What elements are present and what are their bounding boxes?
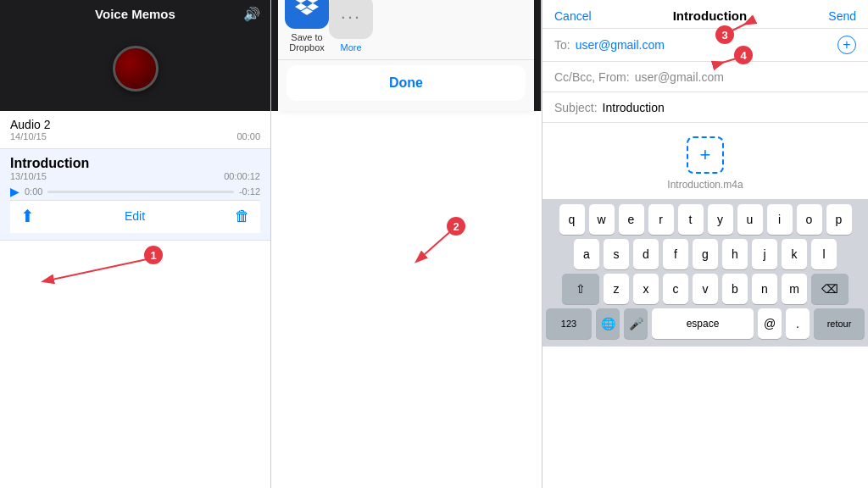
key-r[interactable]: r xyxy=(648,204,674,235)
speaker-icon: 🔊 xyxy=(243,6,260,22)
to-value[interactable]: user@gmail.com xyxy=(576,38,837,52)
mail-compose-title: Introduction xyxy=(673,8,747,23)
key-dot[interactable]: . xyxy=(786,308,810,339)
memo-list: Audio 2 14/10/15 00:00 Introduction 13/1… xyxy=(0,111,270,241)
keyboard-row-1: q w e r t y u i o p xyxy=(546,204,865,235)
memo-item-introduction[interactable]: Introduction 13/10/15 00:00:12 ▶ 0:00 -0… xyxy=(0,149,270,241)
panel-voice-memos-2: Voice Memos 🔊 AirDropShare instantly wit… xyxy=(271,0,542,488)
key-n[interactable]: n xyxy=(752,274,777,304)
to-label: To: xyxy=(554,38,570,52)
keyboard-row-4: 123 🌐 🎤 espace @ . retour xyxy=(546,308,865,339)
cc-field: Cc/Bcc, From: user@gmail.com xyxy=(542,62,868,92)
more-icon: ··· xyxy=(329,0,373,39)
time-start: 0:00 xyxy=(25,186,42,197)
key-i[interactable]: i xyxy=(767,204,793,235)
key-return[interactable]: retour xyxy=(814,308,865,339)
key-m[interactable]: m xyxy=(782,274,807,304)
done-button[interactable]: Done xyxy=(287,65,526,101)
play-button[interactable]: ▶ xyxy=(10,185,19,198)
key-u[interactable]: u xyxy=(737,204,763,235)
svg-marker-14 xyxy=(295,0,307,3)
key-s[interactable]: s xyxy=(604,239,629,269)
share-button[interactable]: ⬆ xyxy=(20,206,35,226)
memo-title-audio2: Audio 2 xyxy=(10,118,260,131)
panel-voice-memos-1: Voice Memos 🔊 Audio 2 14/10/15 00:00 Int… xyxy=(0,0,271,488)
key-o[interactable]: o xyxy=(797,204,822,235)
memo-title-intro: Introduction xyxy=(10,156,260,171)
key-q[interactable]: q xyxy=(559,204,585,235)
key-123[interactable]: 123 xyxy=(546,308,592,339)
trash-button[interactable]: 🗑 xyxy=(235,208,250,225)
key-x[interactable]: x xyxy=(633,274,659,304)
panel1-header: Voice Memos 🔊 xyxy=(0,0,270,26)
key-mic[interactable]: 🎤 xyxy=(624,308,648,339)
key-z[interactable]: z xyxy=(604,274,629,304)
key-y[interactable]: y xyxy=(708,204,733,235)
time-end: -0:12 xyxy=(239,186,260,197)
subject-label: Subject: xyxy=(554,101,598,114)
dropbox-icon xyxy=(285,0,329,29)
key-l[interactable]: l xyxy=(811,239,837,269)
key-f[interactable]: f xyxy=(663,239,688,269)
share-app-dropbox[interactable]: Save toDropbox xyxy=(285,0,329,53)
record-area xyxy=(0,26,270,111)
share-apps-row2: Save toDropbox ··· More xyxy=(278,0,534,60)
memo-date-intro: 13/10/15 00:00:12 xyxy=(10,171,260,181)
subject-value[interactable]: Introduction xyxy=(603,101,856,114)
share-sheet: AirDropShare instantly with people nearb… xyxy=(278,0,534,111)
key-d[interactable]: d xyxy=(633,239,659,269)
keyboard: q w e r t y u i o p a s d f g h j k l xyxy=(542,199,868,347)
action-row: ⬆ Edit 🗑 xyxy=(10,200,260,233)
cc-value[interactable]: user@gmail.com xyxy=(635,70,856,84)
mail-compose-header: Cancel Introduction Send xyxy=(542,0,868,29)
key-j[interactable]: j xyxy=(752,239,777,269)
panel-mail-compose: Cancel Introduction Send To: user@gmail.… xyxy=(542,0,868,488)
subject-field: Subject: Introduction xyxy=(542,92,868,123)
key-at[interactable]: @ xyxy=(758,308,782,339)
share-app-more[interactable]: ··· More xyxy=(329,0,373,53)
key-w[interactable]: w xyxy=(589,204,615,235)
key-g[interactable]: g xyxy=(693,239,718,269)
svg-marker-15 xyxy=(307,0,319,3)
to-field: To: user@gmail.com + xyxy=(542,29,868,62)
key-t[interactable]: t xyxy=(678,204,704,235)
progress-bar[interactable] xyxy=(47,191,234,193)
cancel-button[interactable]: Cancel xyxy=(554,9,592,23)
key-p[interactable]: p xyxy=(826,204,852,235)
record-button[interactable] xyxy=(113,46,159,92)
edit-button[interactable]: Edit xyxy=(125,209,145,223)
send-button[interactable]: Send xyxy=(828,9,856,23)
dropbox-label: Save toDropbox xyxy=(289,32,325,53)
keyboard-row-2: a s d f g h j k l xyxy=(546,239,865,269)
attachment-area: + Introduction.m4a xyxy=(542,123,868,199)
memo-date-audio2: 14/10/15 00:00 xyxy=(10,131,260,141)
key-b[interactable]: b xyxy=(722,274,748,304)
key-globe[interactable]: 🌐 xyxy=(596,308,620,339)
key-shift[interactable]: ⇧ xyxy=(562,274,599,304)
attachment-filename: Introduction.m4a xyxy=(667,179,743,191)
key-h[interactable]: h xyxy=(722,239,748,269)
key-v[interactable]: v xyxy=(693,274,718,304)
more-label: More xyxy=(340,42,361,53)
key-backspace[interactable]: ⌫ xyxy=(811,274,849,304)
key-space[interactable]: espace xyxy=(652,308,754,339)
panel1-title: Voice Memos xyxy=(95,7,175,21)
key-a[interactable]: a xyxy=(574,239,599,269)
key-c[interactable]: c xyxy=(663,274,688,304)
attachment-icon: + xyxy=(687,136,724,174)
key-e[interactable]: e xyxy=(619,204,644,235)
memo-item-audio2[interactable]: Audio 2 14/10/15 00:00 xyxy=(0,111,270,149)
key-k[interactable]: k xyxy=(782,239,807,269)
playback-row: ▶ 0:00 -0:12 xyxy=(10,181,260,200)
add-recipient-button[interactable]: + xyxy=(837,36,856,54)
keyboard-row-3: ⇧ z x c v b n m ⌫ xyxy=(546,274,865,304)
cc-label: Cc/Bcc, From: xyxy=(554,70,630,84)
